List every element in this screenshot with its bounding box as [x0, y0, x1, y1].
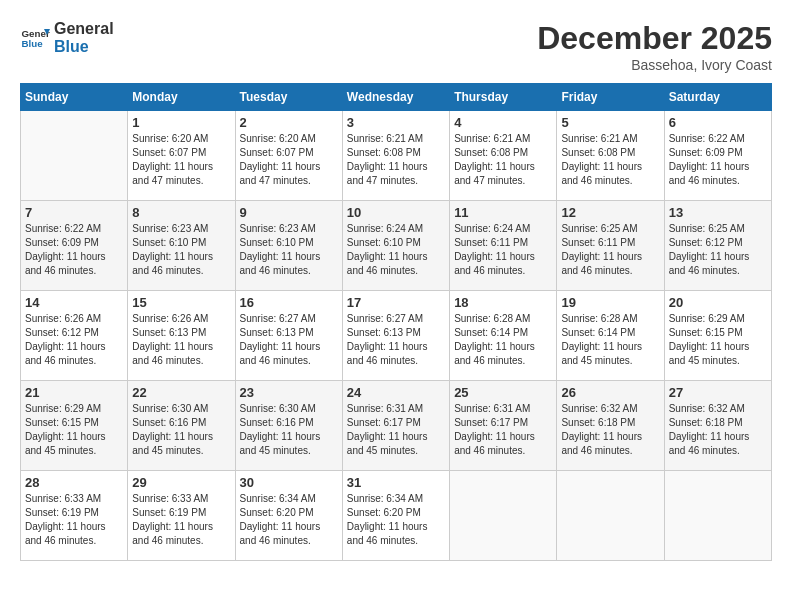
calendar-cell: 3Sunrise: 6:21 AMSunset: 6:08 PMDaylight… [342, 111, 449, 201]
day-number: 11 [454, 205, 552, 220]
calendar-cell: 10Sunrise: 6:24 AMSunset: 6:10 PMDayligh… [342, 201, 449, 291]
title-block: December 2025 Bassehoa, Ivory Coast [537, 20, 772, 73]
header-day-wednesday: Wednesday [342, 84, 449, 111]
calendar-cell: 30Sunrise: 6:34 AMSunset: 6:20 PMDayligh… [235, 471, 342, 561]
calendar-cell: 13Sunrise: 6:25 AMSunset: 6:12 PMDayligh… [664, 201, 771, 291]
week-row-1: 1Sunrise: 6:20 AMSunset: 6:07 PMDaylight… [21, 111, 772, 201]
day-info: Sunrise: 6:30 AMSunset: 6:16 PMDaylight:… [132, 402, 230, 458]
header-row: SundayMondayTuesdayWednesdayThursdayFrid… [21, 84, 772, 111]
day-info: Sunrise: 6:27 AMSunset: 6:13 PMDaylight:… [347, 312, 445, 368]
week-row-4: 21Sunrise: 6:29 AMSunset: 6:15 PMDayligh… [21, 381, 772, 471]
calendar-table: SundayMondayTuesdayWednesdayThursdayFrid… [20, 83, 772, 561]
calendar-cell: 23Sunrise: 6:30 AMSunset: 6:16 PMDayligh… [235, 381, 342, 471]
calendar-cell: 25Sunrise: 6:31 AMSunset: 6:17 PMDayligh… [450, 381, 557, 471]
day-info: Sunrise: 6:25 AMSunset: 6:12 PMDaylight:… [669, 222, 767, 278]
calendar-cell [664, 471, 771, 561]
day-number: 16 [240, 295, 338, 310]
day-info: Sunrise: 6:23 AMSunset: 6:10 PMDaylight:… [132, 222, 230, 278]
week-row-5: 28Sunrise: 6:33 AMSunset: 6:19 PMDayligh… [21, 471, 772, 561]
day-info: Sunrise: 6:20 AMSunset: 6:07 PMDaylight:… [132, 132, 230, 188]
calendar-cell [21, 111, 128, 201]
day-info: Sunrise: 6:32 AMSunset: 6:18 PMDaylight:… [561, 402, 659, 458]
day-info: Sunrise: 6:21 AMSunset: 6:08 PMDaylight:… [454, 132, 552, 188]
week-row-2: 7Sunrise: 6:22 AMSunset: 6:09 PMDaylight… [21, 201, 772, 291]
header-day-friday: Friday [557, 84, 664, 111]
day-number: 15 [132, 295, 230, 310]
day-number: 24 [347, 385, 445, 400]
day-number: 4 [454, 115, 552, 130]
calendar-cell: 31Sunrise: 6:34 AMSunset: 6:20 PMDayligh… [342, 471, 449, 561]
calendar-cell: 12Sunrise: 6:25 AMSunset: 6:11 PMDayligh… [557, 201, 664, 291]
day-number: 7 [25, 205, 123, 220]
calendar-cell: 24Sunrise: 6:31 AMSunset: 6:17 PMDayligh… [342, 381, 449, 471]
day-info: Sunrise: 6:25 AMSunset: 6:11 PMDaylight:… [561, 222, 659, 278]
calendar-cell: 2Sunrise: 6:20 AMSunset: 6:07 PMDaylight… [235, 111, 342, 201]
calendar-cell: 7Sunrise: 6:22 AMSunset: 6:09 PMDaylight… [21, 201, 128, 291]
header-day-thursday: Thursday [450, 84, 557, 111]
day-number: 19 [561, 295, 659, 310]
day-number: 25 [454, 385, 552, 400]
day-info: Sunrise: 6:26 AMSunset: 6:13 PMDaylight:… [132, 312, 230, 368]
day-info: Sunrise: 6:27 AMSunset: 6:13 PMDaylight:… [240, 312, 338, 368]
day-number: 21 [25, 385, 123, 400]
calendar-cell: 29Sunrise: 6:33 AMSunset: 6:19 PMDayligh… [128, 471, 235, 561]
day-number: 29 [132, 475, 230, 490]
day-info: Sunrise: 6:28 AMSunset: 6:14 PMDaylight:… [454, 312, 552, 368]
calendar-cell: 15Sunrise: 6:26 AMSunset: 6:13 PMDayligh… [128, 291, 235, 381]
day-info: Sunrise: 6:34 AMSunset: 6:20 PMDaylight:… [347, 492, 445, 548]
day-number: 26 [561, 385, 659, 400]
day-info: Sunrise: 6:33 AMSunset: 6:19 PMDaylight:… [25, 492, 123, 548]
week-row-3: 14Sunrise: 6:26 AMSunset: 6:12 PMDayligh… [21, 291, 772, 381]
header-day-sunday: Sunday [21, 84, 128, 111]
day-info: Sunrise: 6:23 AMSunset: 6:10 PMDaylight:… [240, 222, 338, 278]
calendar-cell: 8Sunrise: 6:23 AMSunset: 6:10 PMDaylight… [128, 201, 235, 291]
day-number: 31 [347, 475, 445, 490]
day-number: 28 [25, 475, 123, 490]
day-info: Sunrise: 6:24 AMSunset: 6:10 PMDaylight:… [347, 222, 445, 278]
day-info: Sunrise: 6:29 AMSunset: 6:15 PMDaylight:… [669, 312, 767, 368]
calendar-cell: 17Sunrise: 6:27 AMSunset: 6:13 PMDayligh… [342, 291, 449, 381]
header-day-saturday: Saturday [664, 84, 771, 111]
calendar-cell: 20Sunrise: 6:29 AMSunset: 6:15 PMDayligh… [664, 291, 771, 381]
day-info: Sunrise: 6:22 AMSunset: 6:09 PMDaylight:… [25, 222, 123, 278]
day-number: 13 [669, 205, 767, 220]
logo-blue: Blue [54, 38, 114, 56]
calendar-cell: 16Sunrise: 6:27 AMSunset: 6:13 PMDayligh… [235, 291, 342, 381]
header-day-tuesday: Tuesday [235, 84, 342, 111]
calendar-cell [450, 471, 557, 561]
logo-general: General [54, 20, 114, 38]
day-number: 12 [561, 205, 659, 220]
day-number: 1 [132, 115, 230, 130]
day-number: 8 [132, 205, 230, 220]
month-title: December 2025 [537, 20, 772, 57]
day-number: 17 [347, 295, 445, 310]
calendar-cell: 28Sunrise: 6:33 AMSunset: 6:19 PMDayligh… [21, 471, 128, 561]
day-number: 14 [25, 295, 123, 310]
day-info: Sunrise: 6:31 AMSunset: 6:17 PMDaylight:… [347, 402, 445, 458]
day-number: 22 [132, 385, 230, 400]
calendar-cell: 11Sunrise: 6:24 AMSunset: 6:11 PMDayligh… [450, 201, 557, 291]
day-number: 6 [669, 115, 767, 130]
day-number: 20 [669, 295, 767, 310]
calendar-cell: 9Sunrise: 6:23 AMSunset: 6:10 PMDaylight… [235, 201, 342, 291]
day-number: 18 [454, 295, 552, 310]
calendar-cell: 21Sunrise: 6:29 AMSunset: 6:15 PMDayligh… [21, 381, 128, 471]
calendar-cell: 19Sunrise: 6:28 AMSunset: 6:14 PMDayligh… [557, 291, 664, 381]
day-info: Sunrise: 6:24 AMSunset: 6:11 PMDaylight:… [454, 222, 552, 278]
calendar-cell: 5Sunrise: 6:21 AMSunset: 6:08 PMDaylight… [557, 111, 664, 201]
calendar-cell: 18Sunrise: 6:28 AMSunset: 6:14 PMDayligh… [450, 291, 557, 381]
header-day-monday: Monday [128, 84, 235, 111]
calendar-cell: 1Sunrise: 6:20 AMSunset: 6:07 PMDaylight… [128, 111, 235, 201]
calendar-cell: 6Sunrise: 6:22 AMSunset: 6:09 PMDaylight… [664, 111, 771, 201]
logo: General Blue General Blue [20, 20, 114, 55]
day-number: 30 [240, 475, 338, 490]
day-info: Sunrise: 6:20 AMSunset: 6:07 PMDaylight:… [240, 132, 338, 188]
calendar-cell [557, 471, 664, 561]
calendar-cell: 14Sunrise: 6:26 AMSunset: 6:12 PMDayligh… [21, 291, 128, 381]
day-info: Sunrise: 6:22 AMSunset: 6:09 PMDaylight:… [669, 132, 767, 188]
day-info: Sunrise: 6:28 AMSunset: 6:14 PMDaylight:… [561, 312, 659, 368]
day-number: 3 [347, 115, 445, 130]
day-info: Sunrise: 6:31 AMSunset: 6:17 PMDaylight:… [454, 402, 552, 458]
day-number: 10 [347, 205, 445, 220]
day-number: 27 [669, 385, 767, 400]
